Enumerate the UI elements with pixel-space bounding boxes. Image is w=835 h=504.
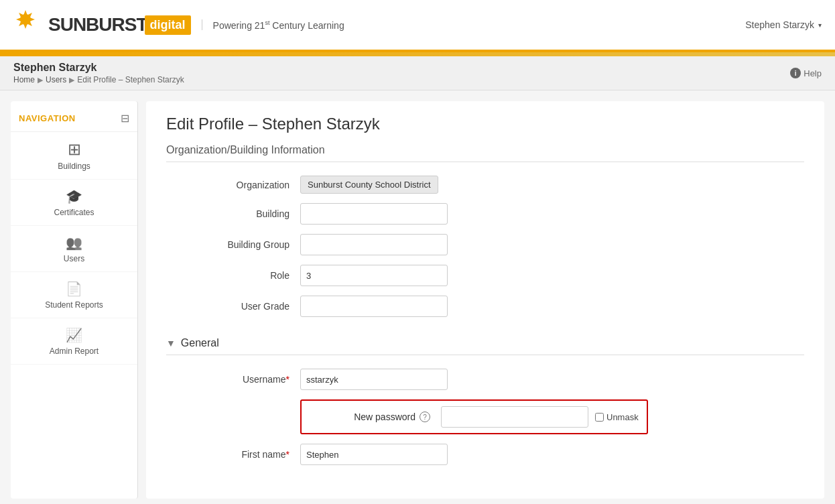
first-name-row: First name* [166,444,804,465]
breadcrumb-username: Stephen Starzyk [13,62,184,74]
role-row: Role [166,265,804,286]
building-group-row: Building Group [166,234,804,255]
organization-label: Organization [166,180,300,190]
new-password-box: New password ? Unmask [300,399,648,434]
breadcrumb-users[interactable]: Users [46,75,66,84]
sidebar-header: NAVIGATION ⊟ [11,108,137,132]
role-input[interactable] [300,265,448,286]
breadcrumb-home[interactable]: Home [13,75,35,84]
sidebar-collapse-button[interactable]: ⊟ [121,112,129,125]
org-building-section: Organization/Building Information Organi… [166,144,804,317]
new-password-input[interactable] [441,406,588,428]
certificates-icon [66,188,82,205]
logo-sunburst-text: SUNBURST [48,14,147,36]
general-section-title: General [181,337,219,349]
unmask-label[interactable]: Unmask [606,412,639,422]
building-group-label: Building Group [166,239,300,250]
content-area: Edit Profile – Stephen Starzyk Organizat… [146,101,824,499]
sidebar-item-certificates-label: Certificates [54,208,94,217]
logo: SUNBURST digital [13,7,191,42]
sunburst-logo-icon [13,7,48,42]
unmask-group: Unmask [595,412,639,422]
first-name-label: First name* [166,449,300,460]
user-menu[interactable]: Stephen Starzyk ▾ [745,19,822,30]
breadcrumb-chevron-2-icon: ▶ [69,76,74,84]
building-input[interactable] [300,203,448,225]
building-group-input[interactable] [300,234,448,255]
sidebar-item-buildings-label: Buildings [58,162,90,171]
user-grade-row: User Grade [166,296,804,317]
role-label: Role [166,270,300,281]
sidebar-item-student-reports[interactable]: Student Reports [11,272,137,318]
svg-point-8 [20,14,31,25]
breadcrumb-help[interactable]: i Help [790,68,822,78]
user-menu-caret-icon: ▾ [818,21,822,29]
buildings-icon [68,140,81,159]
unmask-checkbox[interactable] [595,413,604,422]
breadcrumb: Home ▶ Users ▶ Edit Profile – Stephen St… [13,75,184,84]
sidebar-item-users[interactable]: Users [11,226,137,272]
sidebar-item-admin-report[interactable]: Admin Report [11,318,137,365]
new-password-row: New password ? Unmask [166,399,804,434]
top-navbar: SUNBURST digital Powering 21st Century L… [0,0,835,52]
admin-report-icon [66,326,82,344]
breadcrumb-chevron-1-icon: ▶ [38,76,43,84]
breadcrumb-bar: Stephen Starzyk Home ▶ Users ▶ Edit Prof… [0,56,835,90]
breadcrumb-left: Stephen Starzyk Home ▶ Users ▶ Edit Prof… [13,62,184,84]
help-icon: i [790,68,801,78]
logo-digital-text: digital [145,15,191,35]
organization-value: Sunburst County School District [300,176,438,194]
building-row: Building [166,203,804,225]
first-name-required: * [286,449,290,460]
tagline: Powering 21st Century Learning [202,19,344,31]
first-name-input[interactable] [300,444,448,465]
breadcrumb-current: Edit Profile – Stephen Starzyk [77,75,184,84]
help-label: Help [804,68,822,78]
user-grade-label: User Grade [166,301,300,312]
sidebar-item-certificates[interactable]: Certificates [11,180,137,226]
sidebar-item-users-label: Users [64,254,84,263]
building-label: Building [166,208,300,219]
new-password-help-icon[interactable]: ? [420,412,430,422]
sidebar-nav-title: NAVIGATION [19,113,76,123]
sidebar-item-student-reports-label: Student Reports [45,300,103,310]
new-password-label-group: New password ? [310,412,430,422]
username-label: Username* [166,374,300,385]
username-label: Stephen Starzyk [745,19,814,30]
organization-row: Organization Sunburst County School Dist… [166,176,804,194]
sidebar: NAVIGATION ⊟ Buildings Certificates User… [11,101,138,499]
sidebar-item-buildings[interactable]: Buildings [11,132,137,180]
username-input[interactable] [300,369,448,390]
general-section-toggle[interactable]: ▼ General [166,337,804,355]
page-title: Edit Profile – Stephen Starzyk [166,115,804,133]
general-caret-icon: ▼ [166,338,176,349]
username-row: Username* [166,369,804,390]
new-password-label: New password [354,412,415,422]
sidebar-item-admin-report-label: Admin Report [50,346,99,356]
users-icon [66,234,82,251]
student-reports-icon [66,280,82,298]
username-required: * [286,374,290,385]
org-section-title: Organization/Building Information [166,144,804,162]
general-section: ▼ General Username* New password ? [166,337,804,465]
main-layout: NAVIGATION ⊟ Buildings Certificates User… [0,90,835,504]
user-grade-input[interactable] [300,296,448,317]
